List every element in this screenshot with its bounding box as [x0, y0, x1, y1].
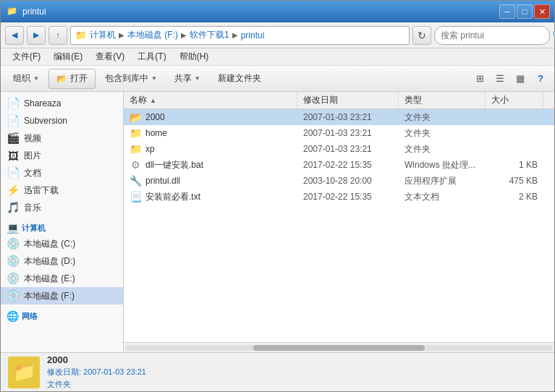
hscroll-track[interactable]: [125, 345, 553, 351]
drive-e-icon: 💿: [7, 272, 20, 285]
new-folder-button[interactable]: 新建文件夹: [210, 69, 269, 89]
file-date-2: 2007-01-03 23:21: [303, 144, 372, 154]
status-name: 2000: [47, 354, 146, 365]
col-header-type[interactable]: 类型: [399, 92, 486, 108]
col-date-label: 修改日期: [303, 94, 338, 106]
col-header-name[interactable]: 名称 ▲: [124, 92, 297, 108]
menu-file[interactable]: 文件(F): [7, 49, 46, 64]
sidebar-drive-e[interactable]: 💿 本地磁盘 (E:): [1, 270, 123, 287]
file-cell-date-3: 2017-02-22 15:35: [297, 157, 399, 173]
sidebar-item-videos[interactable]: 🎬 视频: [1, 129, 123, 147]
detail-view-button[interactable]: ▦: [511, 69, 530, 88]
sidebar-drive-d[interactable]: 💿 本地磁盘 (D:): [1, 252, 123, 270]
refresh-button[interactable]: ↻: [412, 26, 431, 45]
open-label: 打开: [70, 72, 88, 85]
menu-help[interactable]: 帮助(H): [174, 49, 215, 64]
menu-edit[interactable]: 编辑(E): [48, 49, 88, 64]
search-input[interactable]: [441, 30, 549, 41]
path-sep-2: ▶: [181, 31, 187, 39]
table-row[interactable]: 📃 安装前必看.txt 2017-02-22 15:35 文本文档 2 KB: [124, 189, 554, 205]
sidebar-drive-f[interactable]: 💿 本地磁盘 (F:): [1, 287, 123, 304]
file-type-5: 文本文档: [404, 191, 439, 203]
search-box: 🔍: [434, 26, 550, 45]
file-cell-date-0: 2007-01-03 23:21: [297, 109, 399, 125]
file-cell-name-2: 📁 xp: [124, 141, 297, 157]
sidebar-item-subversion[interactable]: 📄 Subversion: [1, 112, 123, 129]
close-button[interactable]: ✕: [534, 4, 550, 19]
file-cell-size-0: [486, 109, 543, 125]
file-cell-size-3: 1 KB: [486, 157, 543, 173]
status-detail: 修改日期: 2007-01-03 23:21: [47, 367, 146, 378]
hscroll-thumb[interactable]: [253, 345, 424, 351]
list-view-button[interactable]: ☰: [491, 69, 509, 88]
help-button[interactable]: ?: [531, 69, 550, 88]
status-info: 2000 修改日期: 2007-01-03 23:21 文件夹: [47, 354, 146, 390]
explorer-window: 📁 printui ─ □ ✕ ◀ ▶ ↑ 📁 计算机 ▶ 本地磁盘 (F:) …: [0, 0, 555, 392]
organize-button[interactable]: 组织 ▼: [5, 69, 47, 89]
menu-bar: 文件(F) 编辑(E) 查看(V) 工具(T) 帮助(H): [1, 48, 554, 66]
address-bar: ◀ ▶ ↑ 📁 计算机 ▶ 本地磁盘 (F:) ▶ 软件下载1 ▶ printu…: [1, 22, 554, 48]
col-header-date[interactable]: 修改日期: [297, 92, 399, 108]
folder-small-icon: 📁: [75, 30, 87, 41]
path-computer[interactable]: 计算机: [90, 29, 116, 41]
sidebar-item-music[interactable]: 🎵 音乐: [1, 199, 123, 216]
drive-f-icon: 💿: [7, 289, 20, 302]
table-row[interactable]: 🔧 printui.dll 2003-10-28 20:00 应用程序扩展 47…: [124, 173, 554, 189]
table-row[interactable]: 📁 xp 2007-01-03 23:21 文件夹: [124, 141, 554, 157]
file-cell-type-0: 文件夹: [399, 109, 486, 125]
file-name-3: dll一键安装.bat: [145, 159, 203, 171]
forward-button[interactable]: ▶: [27, 26, 46, 45]
file-date-3: 2017-02-22 15:35: [303, 160, 372, 170]
file-cell-size-5: 2 KB: [486, 189, 543, 205]
file-date-1: 2007-01-03 23:21: [303, 128, 372, 138]
table-row[interactable]: 📂 2000 2007-01-03 23:21 文件夹: [124, 109, 554, 125]
share-button[interactable]: 共享 ▼: [166, 69, 208, 89]
col-header-size[interactable]: 大小: [486, 92, 543, 108]
menu-tools[interactable]: 工具(T): [132, 49, 171, 64]
sidebar-item-thunder[interactable]: ⚡ 迅雷下载: [1, 182, 123, 199]
sidebar-item-documents[interactable]: 📄 文档: [1, 164, 123, 182]
title-controls: ─ □ ✕: [499, 4, 550, 19]
thunder-icon: ⚡: [7, 184, 20, 197]
file-name-2: xp: [145, 144, 155, 154]
window-title: printui: [22, 7, 46, 17]
maximize-button[interactable]: □: [517, 4, 533, 19]
table-row[interactable]: ⚙ dll一键安装.bat 2017-02-22 15:35 Windows 批…: [124, 157, 554, 173]
horizontal-scrollbar[interactable]: [124, 342, 554, 352]
file-cell-date-4: 2003-10-28 20:00: [297, 173, 399, 189]
address-path[interactable]: 📁 计算机 ▶ 本地磁盘 (F:) ▶ 软件下载1 ▶ printui: [70, 26, 410, 45]
status-type: 文件夹: [47, 379, 146, 390]
sidebar-item-images[interactable]: 🖼 图片: [1, 147, 123, 164]
path-printui[interactable]: printui: [241, 30, 265, 41]
up-button[interactable]: ↑: [48, 26, 67, 45]
minimize-button[interactable]: ─: [499, 4, 515, 19]
bat-file-icon-3: ⚙: [130, 159, 141, 171]
music-icon: 🎵: [7, 201, 20, 214]
path-drive-f[interactable]: 本地磁盘 (F:): [127, 29, 178, 41]
include-label: 包含到库中: [105, 72, 148, 85]
preview-view-button[interactable]: ⊞: [470, 69, 489, 88]
menu-view[interactable]: 查看(V): [90, 49, 130, 64]
table-row[interactable]: 📁 home 2007-01-03 23:21 文件夹: [124, 125, 554, 141]
folder-open-icon-0: 📂: [130, 111, 141, 123]
file-size-5: 2 KB: [519, 192, 538, 202]
file-cell-name-3: ⚙ dll一键安装.bat: [124, 157, 297, 173]
col-type-label: 类型: [404, 94, 422, 106]
shareaza-icon: 📄: [7, 97, 20, 110]
folder-icon-2: 📁: [130, 143, 141, 155]
sidebar-item-shareaza[interactable]: 📄 Shareaza: [1, 95, 123, 112]
drive-d-icon: 💿: [7, 255, 20, 268]
back-button[interactable]: ◀: [5, 26, 24, 45]
network-section-icon: 🌐: [7, 310, 19, 322]
open-button[interactable]: 📂 打开: [48, 69, 96, 89]
file-cell-date-5: 2017-02-22 15:35: [297, 189, 399, 205]
file-list: 📂 2000 2007-01-03 23:21 文件夹: [124, 109, 554, 342]
path-folder1[interactable]: 软件下载1: [190, 29, 229, 41]
sort-arrow-icon: ▲: [150, 97, 156, 104]
sidebar-drive-c[interactable]: 💿 本地磁盘 (C:): [1, 235, 123, 252]
path-sep-1: ▶: [119, 31, 124, 39]
include-button[interactable]: 包含到库中 ▼: [97, 69, 165, 89]
sidebar-label-videos: 视频: [24, 132, 41, 145]
share-chevron-icon: ▼: [195, 75, 200, 82]
file-cell-name-5: 📃 安装前必看.txt: [124, 189, 297, 205]
